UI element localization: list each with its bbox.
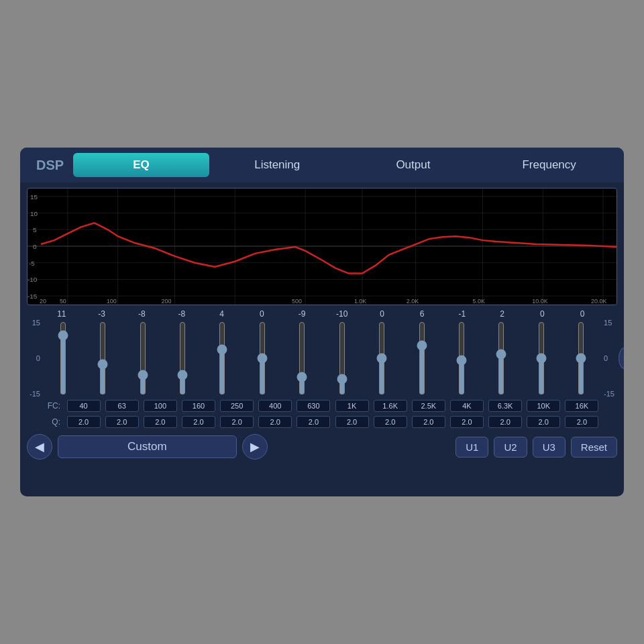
svg-text:0: 0 [33,243,37,250]
slider-col-9 [403,321,441,395]
slider-val-5: 0 [243,309,280,319]
svg-text:2.0K: 2.0K [407,298,419,305]
eq-slider-4[interactable] [216,321,228,395]
bottom-bar: ◀ Custom ▶ U1 U2 U3 Reset [20,430,624,464]
slider-col-2 [124,321,162,395]
slider-val-11: 2 [484,309,521,319]
q-val-4[interactable]: 2.0 [220,416,254,428]
fc-row: FC: 40 63 100 160 250 400 630 1K 1.6K 2.… [20,398,624,414]
fc-val-0[interactable]: 40 [67,400,101,412]
slider-val-3: -8 [163,309,201,319]
svg-text:5: 5 [33,226,37,233]
scale-left: 15 0 -15 [27,319,43,398]
prev-button[interactable]: ◀ [27,434,52,460]
fc-val-10[interactable]: 4K [450,400,484,412]
q-val-11[interactable]: 2.0 [488,416,522,428]
slider-col-7 [323,321,361,395]
reset-button[interactable]: Reset [571,437,617,458]
eq-slider-8[interactable] [376,321,388,395]
slider-col-3 [164,321,201,395]
fc-val-4[interactable]: 250 [220,400,254,412]
slider-val-7: -10 [323,309,361,319]
eq-slider-10[interactable] [455,321,468,395]
q-val-0[interactable]: 2.0 [67,416,101,428]
svg-text:15: 15 [30,193,38,201]
slider-col-5 [244,321,281,395]
slider-val-4: 4 [203,309,241,319]
fc-val-13[interactable]: 16K [565,400,598,412]
q-cells: 2.0 2.0 2.0 2.0 2.0 2.0 2.0 2.0 2.0 2.0 … [64,416,601,428]
q-val-5[interactable]: 2.0 [258,416,292,428]
slider-val-12: 0 [523,309,561,319]
svg-text:20: 20 [40,298,46,305]
q-val-12[interactable]: 2.0 [527,416,560,428]
fc-val-9[interactable]: 2.5K [412,400,445,412]
header-bar: DSP EQ Listening Output Frequency [20,148,624,182]
scale-left-mid: 0 [30,354,40,362]
eq-slider-6[interactable] [296,321,308,395]
eq-slider-12[interactable] [535,321,547,395]
eq-curve-svg: 15 10 5 0 -5 -10 -15 20 50 100 200 500 1… [28,189,616,305]
eq-slider-3[interactable] [176,321,189,395]
svg-text:5.0K: 5.0K [472,298,484,305]
svg-text:-15: -15 [28,292,38,300]
svg-text:20.0K: 20.0K [591,298,606,305]
u1-button[interactable]: U1 [455,437,488,458]
tab-output[interactable]: Output [345,153,482,177]
scale-right-mid: 0 [604,354,614,362]
eq-slider-5[interactable] [256,321,268,395]
q-val-10[interactable]: 2.0 [450,416,484,428]
q-val-6[interactable]: 2.0 [297,416,330,428]
eq-graph: 15 10 5 0 -5 -10 -15 20 50 100 200 500 1… [27,188,617,305]
device-frame: DSP EQ Listening Output Frequency [20,148,624,496]
eq-slider-2[interactable] [137,321,149,395]
svg-text:500: 500 [292,298,302,305]
q-val-7[interactable]: 2.0 [335,416,369,428]
q-val-8[interactable]: 2.0 [374,416,407,428]
fc-val-6[interactable]: 630 [297,400,330,412]
q-label: Q: [43,417,64,427]
slider-col-1 [84,321,121,395]
svg-text:-5: -5 [29,260,35,267]
slider-col-12 [523,321,560,395]
tab-frequency[interactable]: Frequency [481,153,617,177]
fc-val-12[interactable]: 10K [527,400,560,412]
u2-button[interactable]: U2 [494,437,527,458]
fc-val-7[interactable]: 1K [335,400,369,412]
eq-slider-0[interactable] [57,321,69,395]
eq-slider-11[interactable] [495,321,507,395]
eq-slider-13[interactable] [575,321,587,395]
eq-slider-1[interactable] [97,321,109,395]
fc-val-11[interactable]: 6.3K [488,400,522,412]
sliders-area: 15 0 -15 [20,319,624,398]
svg-text:50: 50 [60,298,66,305]
fc-val-5[interactable]: 400 [258,400,292,412]
eq-slider-9[interactable] [416,321,428,395]
dsp-label: DSP [27,158,73,173]
slider-col-10 [443,321,480,395]
fc-val-1[interactable]: 63 [105,400,139,412]
eq-slider-7[interactable] [336,321,348,395]
slider-val-1: -3 [83,309,121,319]
slider-col-4 [203,321,241,395]
expand-button[interactable]: › [619,347,624,369]
q-val-1[interactable]: 2.0 [105,416,139,428]
q-val-9[interactable]: 2.0 [412,416,445,428]
fc-val-8[interactable]: 1.6K [374,400,407,412]
tab-eq[interactable]: EQ [73,153,209,177]
u3-button[interactable]: U3 [533,437,566,458]
fc-val-2[interactable]: 100 [144,400,177,412]
tab-listening[interactable]: Listening [209,153,345,177]
scale-right-top: 15 [604,319,614,327]
fc-label: FC: [43,401,64,411]
slider-col-0 [44,321,82,395]
scale-right-bot: -15 [604,390,614,398]
q-val-13[interactable]: 2.0 [565,416,598,428]
slider-val-13: 0 [564,309,601,319]
q-val-2[interactable]: 2.0 [144,416,177,428]
next-button[interactable]: ▶ [242,434,268,460]
q-val-3[interactable]: 2.0 [182,416,215,428]
q-row: Q: 2.0 2.0 2.0 2.0 2.0 2.0 2.0 2.0 2.0 2… [20,414,624,430]
slider-val-0: 11 [43,309,80,319]
fc-val-3[interactable]: 160 [182,400,215,412]
